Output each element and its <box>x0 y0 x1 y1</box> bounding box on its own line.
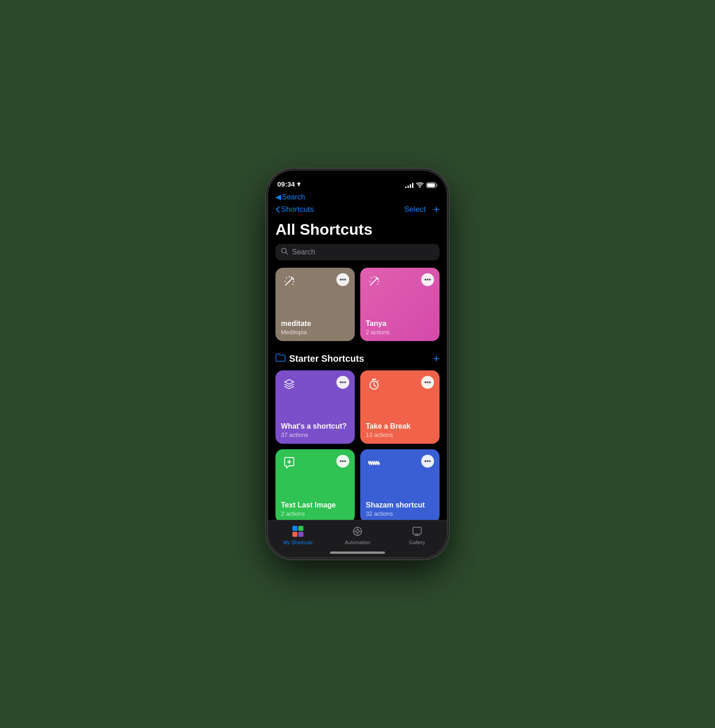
battery-icon <box>426 182 438 188</box>
svg-point-10 <box>293 281 294 282</box>
card-more-button[interactable]: ••• <box>421 455 434 468</box>
back-button[interactable]: Shortcuts <box>275 205 314 214</box>
card-subtitle: 37 actions <box>281 431 349 438</box>
card-meditate[interactable]: ••• meditate Meditopia <box>275 268 355 341</box>
search-magnifier-icon <box>281 248 288 255</box>
content-scroll: ••• meditate Meditopia <box>268 268 447 520</box>
tab-my-shortcuts[interactable]: My Shortcuts <box>268 525 328 545</box>
svg-point-7 <box>292 284 293 285</box>
top-cards-grid: ••• meditate Meditopia <box>275 268 440 341</box>
back-nav: ◀ Search <box>268 191 447 202</box>
automation-icon <box>351 525 364 538</box>
add-button[interactable]: + <box>433 204 440 215</box>
card-subtitle: 2 actions <box>366 329 434 336</box>
svg-point-6 <box>286 277 287 278</box>
status-icons <box>405 182 438 188</box>
time-display: 09:34 <box>277 180 295 188</box>
card-header: ••• <box>366 376 434 392</box>
search-bar[interactable]: Search <box>275 244 440 260</box>
waveform-icon <box>366 455 382 471</box>
section-add-button[interactable]: + <box>433 352 440 365</box>
folder-icon <box>275 353 286 364</box>
card-footer: meditate Meditopia <box>281 319 349 336</box>
card-more-button[interactable]: ••• <box>421 273 434 286</box>
home-indicator <box>330 552 385 554</box>
card-more-button[interactable]: ••• <box>336 455 349 468</box>
svg-rect-2 <box>427 183 435 187</box>
tab-my-shortcuts-label: My Shortcuts <box>283 540 313 545</box>
section-title: Starter Shortcuts <box>289 353 364 364</box>
svg-point-14 <box>377 284 378 285</box>
svg-point-15 <box>369 281 370 282</box>
svg-point-8 <box>285 281 286 282</box>
svg-line-4 <box>286 278 293 285</box>
card-subtitle: 32 actions <box>366 510 434 517</box>
tab-automation[interactable]: Automation <box>328 525 387 545</box>
message-plus-icon <box>281 455 297 471</box>
card-header: ••• <box>281 376 349 392</box>
card-title: meditate <box>281 319 349 328</box>
svg-point-22 <box>356 530 359 533</box>
select-button[interactable]: Select <box>404 205 426 214</box>
signal-icon <box>405 182 413 188</box>
wifi-icon <box>416 182 424 188</box>
svg-point-0 <box>419 187 420 188</box>
card-footer: Tanya 2 actions <box>366 319 434 336</box>
tab-bar: My Shortcuts Automation <box>268 520 447 557</box>
card-footer: Text Last Image 2 actions <box>281 501 349 517</box>
layers-icon <box>281 376 297 392</box>
svg-line-11 <box>370 278 378 285</box>
card-more-button[interactable]: ••• <box>336 273 349 286</box>
section-title-wrap: Starter Shortcuts <box>275 353 364 364</box>
search-placeholder: Search <box>292 248 315 256</box>
tab-gallery-label: Gallery <box>409 540 425 545</box>
wand-icon <box>366 273 382 290</box>
page-title: All Shortcuts <box>268 219 447 244</box>
card-footer: What's a shortcut? 37 actions <box>281 422 349 438</box>
card-subtitle: 13 actions <box>366 431 434 438</box>
card-title: What's a shortcut? <box>281 422 349 430</box>
card-title: Shazam shortcut <box>366 501 434 509</box>
svg-point-17 <box>378 281 379 282</box>
card-more-button[interactable]: ••• <box>336 376 349 389</box>
card-header: ••• <box>366 273 434 290</box>
chevron-left-icon <box>275 206 280 213</box>
search-icon <box>281 248 288 257</box>
card-subtitle: Meditopia <box>281 329 349 336</box>
card-subtitle: 2 actions <box>281 510 349 517</box>
card-header: ••• <box>281 273 349 290</box>
back-search-label: ◀ Search <box>275 193 305 201</box>
tab-automation-label: Automation <box>345 540 370 545</box>
starter-section-header: Starter Shortcuts + <box>275 352 440 365</box>
gallery-icon <box>411 525 424 538</box>
nav-bar: Shortcuts Select + <box>268 202 447 219</box>
notch <box>323 171 392 184</box>
card-whats-a-shortcut[interactable]: ••• What's a shortcut? 37 actions <box>275 370 355 444</box>
card-tanya[interactable]: ••• Tanya 2 actions <box>360 268 440 341</box>
status-time: 09:34 <box>277 180 301 188</box>
my-shortcuts-grid-icon <box>292 525 304 538</box>
card-title: Take a Break <box>366 422 434 430</box>
card-shazam[interactable]: ••• Shazam shortcut 32 actions <box>360 449 440 520</box>
svg-point-13 <box>371 277 372 278</box>
card-title: Text Last Image <box>281 501 349 509</box>
nav-actions: Select + <box>404 204 440 215</box>
svg-point-9 <box>289 276 290 277</box>
card-header: ••• <box>281 455 349 471</box>
card-take-a-break[interactable]: ••• Take a Break 13 actions <box>360 370 440 444</box>
card-more-button[interactable]: ••• <box>421 376 434 389</box>
svg-point-16 <box>374 276 374 277</box>
wand-icon <box>281 273 297 290</box>
starter-cards-grid: ••• What's a shortcut? 37 actions <box>275 370 440 520</box>
card-text-last-image[interactable]: ••• Text Last Image 2 actions <box>275 449 355 520</box>
card-footer: Shazam shortcut 32 actions <box>366 501 434 517</box>
card-title: Tanya <box>366 319 434 328</box>
tab-gallery[interactable]: Gallery <box>387 525 447 545</box>
timer-icon <box>366 376 382 392</box>
card-header: ••• <box>366 455 434 471</box>
back-label: Shortcuts <box>281 205 314 214</box>
phone-screen: 09:34 <box>268 171 447 557</box>
phone-frame: 09:34 <box>268 171 447 557</box>
location-icon <box>297 182 301 187</box>
card-footer: Take a Break 13 actions <box>366 422 434 438</box>
